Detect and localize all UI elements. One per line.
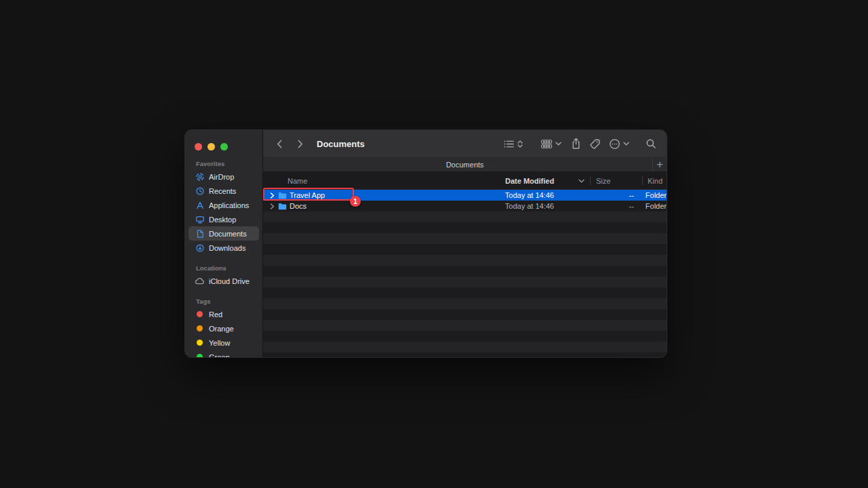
sidebar-item-tag-orange[interactable]: Orange: [189, 321, 259, 336]
sidebar-item-label: Orange: [209, 325, 234, 333]
toolbar: Documents: [263, 130, 667, 157]
empty-row: [263, 222, 667, 233]
share-icon: [571, 138, 581, 150]
empty-row: [263, 211, 667, 222]
chevron-down-icon: [623, 142, 629, 146]
file-list-rows: Travel App Today at 14:46 -- Folder Docs…: [263, 190, 667, 357]
empty-row: [263, 298, 667, 309]
path-bar: Documents +: [263, 157, 667, 172]
sidebar-item-label: Applications: [209, 201, 249, 209]
column-header-kind[interactable]: Kind: [643, 177, 667, 185]
sidebar-item-documents[interactable]: Documents: [189, 226, 259, 241]
back-button[interactable]: [275, 138, 285, 150]
empty-row: [263, 287, 667, 298]
share-button[interactable]: [571, 138, 581, 150]
empty-row: [263, 266, 667, 277]
file-name: Docs: [290, 202, 307, 210]
search-button[interactable]: [646, 138, 656, 149]
finder-window: Favorites AirDrop Recents Applications: [185, 130, 667, 357]
sort-chevron-down-icon: [578, 179, 585, 183]
sidebar-item-label: Documents: [209, 230, 247, 238]
file-kind: Folder: [641, 202, 667, 210]
sidebar-item-airdrop[interactable]: AirDrop: [189, 169, 259, 184]
group-by-button[interactable]: [540, 139, 561, 149]
group-icon: [540, 139, 553, 149]
chevron-up-down-icon: [517, 140, 523, 148]
tag-icon: [589, 138, 601, 150]
sidebar-item-tag-green[interactable]: Green: [189, 350, 259, 357]
sidebar-item-label: AirDrop: [209, 173, 234, 181]
file-size: --: [589, 191, 641, 199]
path-bar-location: Documents: [263, 161, 667, 169]
main-area: Documents: [263, 130, 667, 357]
tag-dot-orange-icon: [197, 325, 203, 331]
empty-row: [263, 255, 667, 266]
folder-icon: [278, 203, 287, 210]
disclosure-chevron-icon[interactable]: [270, 203, 275, 209]
desktop-icon: [195, 214, 205, 224]
more-options-button[interactable]: [609, 138, 629, 150]
list-view-icon: [503, 139, 515, 149]
document-icon: [195, 228, 205, 239]
empty-row: [263, 244, 667, 255]
minimize-window-button[interactable]: [208, 143, 215, 150]
empty-row: [263, 320, 667, 331]
file-row-docs[interactable]: Docs Today at 14:46 -- Folder: [263, 201, 667, 211]
column-header-date-modified[interactable]: Date Modified: [500, 177, 590, 185]
tag-dot-red-icon: [197, 311, 203, 317]
empty-row: [263, 331, 667, 342]
window-title: Documents: [317, 139, 365, 149]
view-options-button[interactable]: [503, 139, 523, 149]
sidebar-item-icloud-drive[interactable]: iCloud Drive: [189, 274, 259, 288]
sidebar-item-recents[interactable]: Recents: [189, 184, 259, 198]
column-header-name[interactable]: Name: [263, 177, 500, 185]
tags-button[interactable]: [589, 138, 601, 150]
column-header-label: Date Modified: [505, 177, 554, 185]
empty-row: [263, 342, 667, 352]
empty-row: [263, 233, 667, 244]
sidebar-section-tags: Tags: [185, 298, 262, 305]
sidebar-item-downloads[interactable]: Downloads: [189, 241, 259, 255]
add-tab-button[interactable]: +: [652, 158, 667, 171]
sidebar-item-tag-red[interactable]: Red: [189, 307, 259, 321]
sidebar-item-applications[interactable]: Applications: [189, 198, 259, 212]
tag-dot-green-icon: [197, 354, 203, 357]
sidebar-item-tag-yellow[interactable]: Yellow: [189, 336, 259, 350]
more-icon: [609, 138, 620, 150]
empty-row: [263, 352, 667, 357]
sidebar-section-favorites: Favorites: [185, 160, 262, 167]
cloud-icon: [195, 276, 205, 286]
sidebar-item-label: Green: [209, 353, 230, 358]
sidebar-item-label: iCloud Drive: [209, 277, 250, 285]
airdrop-icon: [195, 171, 205, 182]
empty-row: [263, 277, 667, 287]
forward-button[interactable]: [295, 138, 305, 150]
annotation-highlight-box: [263, 188, 354, 201]
traffic-lights: [185, 143, 262, 150]
chevron-down-icon: [555, 142, 561, 146]
clock-icon: [195, 186, 205, 196]
sidebar-item-desktop[interactable]: Desktop: [189, 212, 259, 226]
annotation-step-badge: 1: [350, 196, 361, 207]
tag-dot-yellow-icon: [197, 340, 203, 346]
close-window-button[interactable]: [195, 143, 202, 150]
downloads-icon: [195, 243, 205, 253]
sidebar-item-label: Red: [209, 310, 222, 319]
zoom-window-button[interactable]: [220, 143, 228, 150]
file-date-modified: Today at 14:46: [500, 191, 589, 199]
column-header-size[interactable]: Size: [591, 177, 642, 185]
applications-icon: [195, 200, 205, 210]
sidebar-item-label: Recents: [209, 187, 236, 195]
plus-icon: +: [656, 159, 663, 171]
search-icon: [646, 138, 656, 149]
sidebar-item-label: Downloads: [209, 244, 245, 252]
sidebar-item-label: Yellow: [209, 339, 230, 347]
file-size: --: [589, 202, 641, 210]
empty-row: [263, 309, 667, 320]
file-date-modified: Today at 14:46: [500, 202, 589, 210]
file-kind: Folder: [641, 191, 667, 199]
sidebar-section-locations: Locations: [185, 264, 262, 272]
sidebar: Favorites AirDrop Recents Applications: [185, 130, 263, 357]
sidebar-item-label: Desktop: [209, 216, 236, 224]
